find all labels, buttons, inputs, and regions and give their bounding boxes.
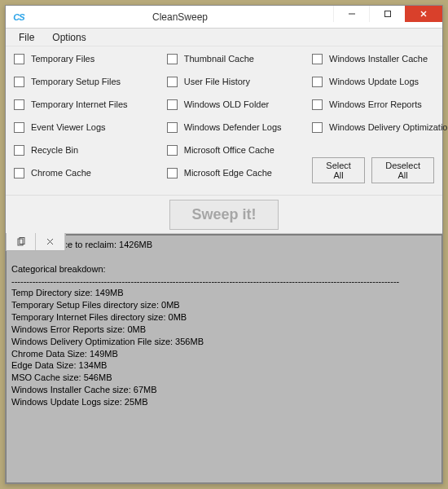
chk-windows-installer-cache[interactable]: Windows Installer Cache bbox=[312, 51, 434, 66]
chk-event-viewer-logs[interactable]: Event Viewer Logs bbox=[14, 120, 167, 134]
checkbox-icon bbox=[14, 168, 24, 178]
chk-user-file-history[interactable]: User File History bbox=[167, 74, 312, 89]
checkbox-icon bbox=[167, 168, 178, 178]
menubar: File Options bbox=[6, 29, 442, 46]
chk-temporary-internet-files[interactable]: Temporary Internet Files bbox=[14, 97, 167, 112]
checkbox-icon bbox=[167, 54, 178, 64]
chk-chrome-cache[interactable]: Chrome Cache bbox=[14, 165, 167, 180]
chk-label: Windows Delivery Optimization bbox=[329, 122, 448, 132]
checkbox-icon bbox=[14, 99, 24, 110]
menu-options[interactable]: Options bbox=[44, 30, 94, 45]
checkbox-icon bbox=[14, 54, 24, 64]
minimize-button[interactable] bbox=[333, 6, 369, 22]
chk-windows-delivery-optimization[interactable]: Windows Delivery Optimization bbox=[312, 120, 434, 134]
svg-rect-1 bbox=[384, 11, 390, 17]
chk-microsoft-office-cache[interactable]: Microsoft Office Cache bbox=[167, 143, 312, 157]
chk-windows-old-folder[interactable]: Windows OLD Folder bbox=[167, 97, 312, 112]
checkbox-icon bbox=[312, 99, 323, 110]
chk-label: User File History bbox=[184, 77, 250, 86]
checkbox-icon bbox=[167, 77, 178, 87]
checkbox-col-2: Thumbnail Cache User File History Window… bbox=[167, 51, 312, 183]
chk-label: Windows Error Reports bbox=[329, 99, 422, 109]
chk-label: Temporary Setup Files bbox=[31, 77, 121, 86]
sweep-row: Sweep it! bbox=[6, 195, 442, 234]
chk-temporary-setup-files[interactable]: Temporary Setup Files bbox=[14, 74, 167, 89]
checkbox-icon bbox=[312, 54, 323, 64]
chk-windows-update-logs[interactable]: Windows Update Logs bbox=[312, 74, 434, 89]
tab-output[interactable] bbox=[7, 233, 36, 250]
chk-label: Chrome Cache bbox=[31, 168, 91, 178]
window: CS CleanSweep File Options Temporary Fil… bbox=[5, 5, 443, 484]
chk-recycle-bin[interactable]: Recycle Bin bbox=[14, 143, 167, 157]
checkbox-icon bbox=[14, 122, 24, 133]
chk-label: Event Viewer Logs bbox=[31, 122, 106, 132]
select-all-button[interactable]: Select All bbox=[312, 157, 365, 183]
checkbox-icon bbox=[312, 77, 323, 87]
output-log[interactable]: Potential space to reclaim: 1426MB Categ… bbox=[6, 234, 442, 483]
checkbox-panel: Temporary Files Temporary Setup Files Te… bbox=[6, 46, 442, 187]
output-tabs bbox=[6, 233, 66, 251]
x-icon bbox=[46, 238, 54, 245]
checkbox-icon bbox=[167, 145, 178, 156]
chk-label: Recycle Bin bbox=[31, 145, 78, 155]
checkbox-icon bbox=[14, 77, 24, 87]
copy-icon bbox=[16, 237, 26, 247]
checkbox-col-1: Temporary Files Temporary Setup Files Te… bbox=[14, 51, 167, 183]
deselect-all-button[interactable]: Deselect All bbox=[371, 157, 434, 183]
checkbox-icon bbox=[14, 145, 24, 156]
maximize-button[interactable] bbox=[369, 6, 405, 22]
titlebar: CS CleanSweep bbox=[6, 6, 442, 29]
app-icon: CS bbox=[11, 9, 27, 25]
window-controls bbox=[333, 6, 442, 28]
chk-label: Windows OLD Folder bbox=[184, 99, 270, 109]
tab-close[interactable] bbox=[36, 233, 65, 250]
maximize-icon bbox=[384, 10, 392, 18]
chk-windows-error-reports[interactable]: Windows Error Reports bbox=[312, 97, 434, 112]
close-icon bbox=[419, 10, 428, 18]
checkbox-col-3: Windows Installer Cache Windows Update L… bbox=[312, 51, 434, 183]
minimize-icon bbox=[348, 10, 356, 18]
chk-temporary-files[interactable]: Temporary Files bbox=[14, 51, 167, 66]
chk-label: Windows Defender Logs bbox=[184, 122, 282, 132]
chk-label: Thumbnail Cache bbox=[184, 54, 254, 64]
chk-label: Microsoft Office Cache bbox=[184, 145, 275, 155]
chk-thumbnail-cache[interactable]: Thumbnail Cache bbox=[167, 51, 312, 66]
chk-windows-defender-logs[interactable]: Windows Defender Logs bbox=[167, 120, 312, 134]
menu-file[interactable]: File bbox=[11, 30, 42, 45]
close-button[interactable] bbox=[405, 6, 442, 22]
checkbox-icon bbox=[167, 99, 178, 110]
chk-label: Windows Installer Cache bbox=[329, 54, 428, 64]
checkbox-icon bbox=[167, 122, 178, 133]
chk-microsoft-edge-cache[interactable]: Microsoft Edge Cache bbox=[167, 165, 312, 180]
chk-label: Microsoft Edge Cache bbox=[184, 168, 272, 178]
checkbox-icon bbox=[312, 122, 323, 133]
sweep-button[interactable]: Sweep it! bbox=[169, 200, 278, 230]
chk-label: Temporary Internet Files bbox=[31, 99, 128, 109]
chk-label: Windows Update Logs bbox=[329, 77, 419, 86]
select-buttons-row: Select All Deselect All bbox=[312, 157, 434, 183]
chk-label: Temporary Files bbox=[31, 54, 94, 64]
window-title: CleanSweep bbox=[27, 11, 333, 23]
